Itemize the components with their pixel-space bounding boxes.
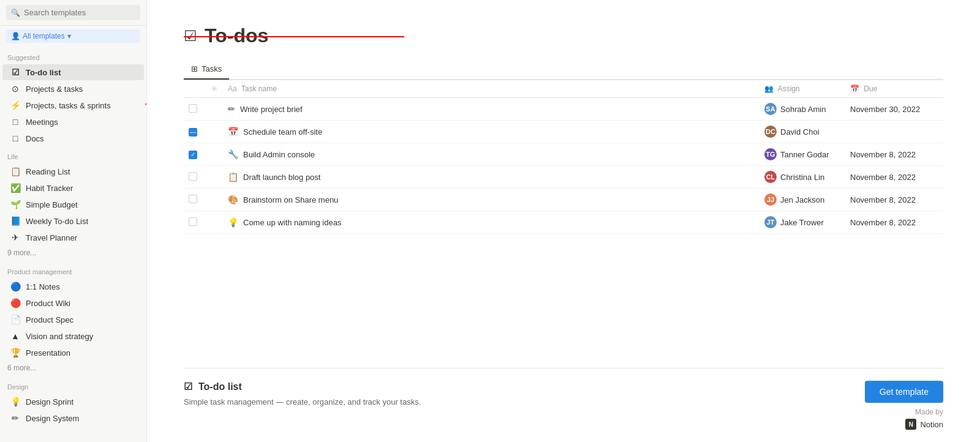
search-input[interactable]	[24, 8, 135, 17]
product-more-link[interactable]: 6 more...	[0, 361, 146, 377]
footer-right: Get template Made by N Notion	[865, 381, 943, 430]
sidebar-item-product-wiki[interactable]: 🔴 Product Wiki	[2, 295, 144, 311]
sidebar-item-label: Product Wiki	[26, 299, 70, 308]
row-check-cell	[184, 166, 206, 189]
table-row: 🎨 Brainstorm on Share menu JJ Jen Jackso…	[184, 189, 943, 211]
col-header-assign-label: Assign	[778, 84, 800, 93]
docs-icon: □	[10, 133, 21, 143]
task-icon: ✏	[228, 104, 235, 114]
sidebar-item-projects-tasks-sprints[interactable]: ⚡ Projects, tasks & sprints	[2, 97, 144, 113]
avatar: CL	[764, 171, 777, 183]
sidebar-item-design-sprint[interactable]: 💡 Design Sprint	[2, 394, 144, 410]
checkbox[interactable]: —	[189, 128, 197, 137]
sidebar-item-label: Travel Planner	[26, 233, 77, 242]
row-sort-cell	[206, 98, 223, 121]
col-header-sort: ✳	[206, 80, 223, 98]
task-icon: 📅	[228, 127, 238, 137]
sidebar: 🔍 👤 All templates ▾ Suggested ☑ To-do li…	[0, 0, 147, 442]
get-template-button[interactable]: Get template	[865, 381, 943, 403]
1on1-notes-icon: 🔵	[10, 282, 21, 291]
sidebar-item-habit-tracker[interactable]: ✅ Habit Tracker	[2, 180, 144, 196]
assignee-name: Tanner Godar	[780, 150, 829, 159]
row-due-cell: November 30, 2022	[845, 98, 943, 121]
sidebar-scroll: Suggested ☑ To-do list ⊙ Projects & task…	[0, 48, 146, 442]
due-col-icon: 📅	[850, 84, 859, 93]
table-row: ✓ 🔧 Build Admin console TG Tanner Godar …	[184, 143, 943, 166]
row-sort-cell	[206, 211, 223, 234]
sidebar-item-travel-planner[interactable]: ✈ Travel Planner	[2, 230, 144, 245]
vision-strategy-icon: ▲	[10, 331, 21, 341]
task-icon: 🔧	[228, 149, 238, 159]
footer-icon: ☑	[184, 381, 192, 392]
assignee-name: Sohrab Amin	[780, 105, 826, 114]
col-header-task-label: Task name	[241, 84, 277, 93]
design-system-icon: ✏	[10, 413, 21, 423]
search-box: 🔍	[0, 0, 146, 26]
sidebar-item-product-spec[interactable]: 📄 Product Spec	[2, 312, 144, 328]
search-icon: 🔍	[11, 9, 20, 17]
sidebar-item-reading-list[interactable]: 📋 Reading List	[2, 163, 144, 179]
row-task-cell: 💡 Come up with naming ideas	[223, 211, 760, 234]
row-task-cell: 📋 Draft launch blog post	[223, 166, 760, 189]
col-header-check	[184, 80, 206, 98]
table-header-row: ✳ Aa Task name 👥 Assign 📅 Due	[184, 80, 943, 98]
col-header-due: 📅 Due	[845, 80, 943, 98]
row-check-cell: ✓	[184, 143, 206, 166]
sidebar-item-vision-strategy[interactable]: ▲ Vision and strategy	[2, 328, 144, 344]
assignee-name: David Choi	[780, 127, 820, 137]
col-header-task: Aa Task name	[223, 80, 760, 98]
checkbox[interactable]	[189, 195, 197, 203]
life-more-link[interactable]: 9 more...	[0, 246, 146, 262]
travel-planner-icon: ✈	[10, 233, 21, 242]
made-by-notion: N Notion	[905, 419, 943, 430]
checkbox[interactable]	[189, 217, 197, 226]
tab-tasks[interactable]: ⊞ Tasks	[184, 59, 229, 80]
weekly-todo-icon: 📘	[10, 216, 21, 226]
sidebar-item-label: Presentation	[26, 348, 70, 358]
checkbox[interactable]	[189, 104, 197, 113]
checkbox[interactable]: ✓	[189, 151, 197, 159]
sidebar-item-label: Product Spec	[26, 315, 74, 324]
row-assign-cell: CL Christina Lin	[760, 166, 845, 189]
assign-col-icon: 👥	[764, 84, 774, 93]
table-row: — 📅 Schedule team off-site DC David Choi	[184, 121, 943, 143]
sidebar-item-projects-tasks[interactable]: ⊙ Projects & tasks	[2, 81, 144, 97]
avatar: JJ	[764, 193, 777, 206]
design-sprint-icon: 💡	[10, 397, 21, 406]
all-templates-button[interactable]: 👤 All templates ▾	[6, 29, 140, 43]
sidebar-item-1on1-notes[interactable]: 🔵 1:1 Notes	[2, 279, 144, 294]
todo-list-icon: ☑	[10, 67, 21, 77]
sidebar-item-weekly-todo[interactable]: 📘 Weekly To-do List	[2, 213, 144, 229]
checkbox[interactable]	[189, 172, 197, 181]
row-assign-cell: SA Sohrab Amin	[760, 98, 845, 121]
row-task-cell: 🎨 Brainstorm on Share menu	[223, 189, 760, 211]
task-icon: 📋	[228, 172, 238, 182]
maker-name: Notion	[920, 420, 943, 429]
search-wrap[interactable]: 🔍	[6, 5, 140, 20]
task-icon: 🎨	[228, 195, 238, 204]
footer-left: ☑ To-do list Simple task management — cr…	[184, 381, 421, 406]
sidebar-item-docs[interactable]: □ Docs	[2, 130, 144, 146]
task-name: Draft launch blog post	[243, 173, 320, 182]
made-by-section: Made by N Notion	[905, 408, 943, 430]
sidebar-item-meetings[interactable]: □ Meetings	[2, 114, 144, 130]
sidebar-item-label: Vision and strategy	[26, 332, 93, 341]
sidebar-item-simple-budget[interactable]: 🌱 Simple Budget	[2, 197, 144, 212]
notion-icon: N	[905, 419, 916, 430]
sidebar-item-label: Weekly To-do List	[26, 217, 88, 226]
sidebar-item-todo-list[interactable]: ☑ To-do list	[2, 64, 144, 80]
task-table: ✳ Aa Task name 👥 Assign 📅 Due	[184, 80, 943, 234]
sidebar-item-presentation[interactable]: 🏆 Presentation	[2, 345, 144, 361]
section-label-suggested: Suggested	[0, 48, 146, 64]
row-task-cell: ✏ Write project brief	[223, 98, 760, 121]
sidebar-item-label: Simple Budget	[26, 200, 78, 209]
row-task-cell: 📅 Schedule team off-site	[223, 121, 760, 143]
avatar: DC	[764, 125, 777, 138]
sidebar-item-design-system[interactable]: ✏ Design System	[2, 410, 144, 426]
task-col-icon: Aa	[228, 84, 237, 93]
row-due-cell	[845, 121, 943, 143]
projects-tasks-icon: ⊙	[10, 84, 21, 94]
row-due-cell: November 8, 2022	[845, 189, 943, 211]
row-check-cell	[184, 211, 206, 234]
section-label-life: Life	[0, 147, 146, 163]
